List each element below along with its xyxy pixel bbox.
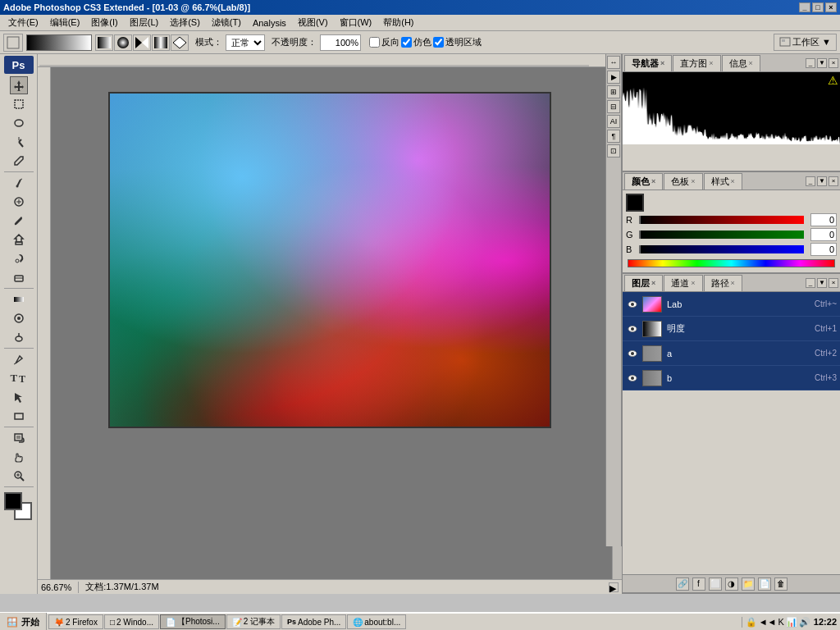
tab-color[interactable]: 颜色 × [624, 173, 663, 189]
tray-2[interactable]: ◄◄ [759, 617, 777, 627]
tab-styles[interactable]: 样式 × [704, 173, 742, 189]
g-slider-thumb[interactable] [639, 231, 641, 239]
tool-eyedropper[interactable] [10, 174, 28, 192]
window-controls[interactable]: _ □ × [799, 2, 837, 12]
layers-options[interactable]: ▼ [817, 278, 827, 288]
tool-blur[interactable] [10, 309, 28, 327]
strip-btn-3[interactable]: ⊞ [607, 85, 620, 98]
navigator-close[interactable]: × [829, 58, 838, 68]
color-minimize[interactable]: _ [806, 176, 815, 186]
tool-lasso[interactable] [10, 114, 28, 132]
tool-brush[interactable] [10, 212, 28, 230]
close-navigator-tab[interactable]: × [660, 59, 664, 67]
layer-adjustment-btn[interactable]: ◑ [725, 578, 738, 591]
g-value[interactable] [810, 228, 837, 241]
close-styles-tab[interactable]: × [731, 177, 735, 185]
r-value[interactable] [810, 213, 837, 226]
close-channels-tab[interactable]: × [691, 279, 695, 287]
taskbar-windo[interactable]: □ 2 Windo... [104, 614, 159, 629]
tool-marquee[interactable] [10, 95, 28, 113]
b-slider-thumb[interactable] [639, 245, 641, 253]
visibility-b[interactable] [626, 372, 639, 385]
layer-row-lightness[interactable]: 明度 Ctrl+1 [623, 317, 840, 341]
taskbar-notepad[interactable]: 📝 2 记事本 [226, 614, 281, 629]
close-color-tab[interactable]: × [651, 177, 655, 185]
menu-window[interactable]: 窗口(W) [335, 15, 377, 30]
tray-5[interactable]: 🔊 [799, 617, 810, 628]
tool-dodge[interactable] [10, 328, 28, 346]
tray-3[interactable]: K [778, 617, 784, 627]
strip-btn-6[interactable]: ¶ [607, 130, 620, 143]
visibility-lightness[interactable] [626, 322, 639, 336]
tool-magic-wand[interactable] [10, 133, 28, 151]
menu-file[interactable]: 文件(E) [3, 15, 43, 30]
strip-btn-2[interactable]: ▶ [607, 71, 620, 84]
tool-zoom[interactable] [10, 467, 28, 485]
workspace-btn[interactable]: 工作区 ▼ [774, 34, 837, 51]
gradient-preview[interactable] [26, 34, 92, 51]
layer-new-btn[interactable]: 📄 [758, 578, 771, 591]
tool-crop[interactable] [10, 152, 28, 170]
strip-btn-7[interactable]: ⊡ [607, 144, 620, 158]
tool-eraser[interactable] [10, 268, 28, 286]
tool-pen[interactable] [10, 350, 28, 368]
linear-gradient-btn[interactable] [95, 34, 113, 51]
tab-swatches[interactable]: 色板 × [664, 173, 702, 189]
tool-history-brush[interactable] [10, 249, 28, 267]
tray-1[interactable]: 🔒 [746, 617, 757, 628]
mode-select[interactable]: 正常 [226, 34, 265, 51]
color-close[interactable]: × [829, 176, 838, 186]
menu-select[interactable]: 选择(S) [165, 15, 205, 30]
tab-channels[interactable]: 通道 × [664, 275, 702, 291]
radial-gradient-btn[interactable] [114, 34, 132, 51]
simulate-checkbox[interactable] [401, 37, 412, 48]
tool-shape[interactable] [10, 407, 28, 425]
canvas-window[interactable] [108, 92, 551, 428]
tool-preset[interactable] [3, 34, 23, 52]
reflected-gradient-btn[interactable] [152, 34, 170, 51]
transparency-checkbox[interactable] [433, 37, 444, 48]
layer-group-btn[interactable]: 📁 [742, 578, 755, 591]
strip-btn-4[interactable]: ⊟ [607, 100, 620, 113]
reverse-checkbox[interactable] [369, 37, 380, 48]
r-slider-thumb[interactable] [639, 216, 641, 224]
minimize-btn[interactable]: _ [799, 2, 810, 12]
canvas-viewport[interactable] [51, 67, 612, 579]
taskbar-photoshop-doc[interactable]: 📄 【Photosi... [160, 614, 226, 629]
close-layers-tab[interactable]: × [651, 279, 655, 287]
visibility-a[interactable] [626, 347, 639, 360]
status-arrow-btn[interactable]: ▶ [609, 582, 619, 592]
tab-navigator[interactable]: 导航器 × [624, 55, 672, 71]
layer-row-a[interactable]: a Ctrl+2 [623, 341, 840, 366]
tray-4[interactable]: 📊 [786, 617, 797, 628]
close-swatches-tab[interactable]: × [691, 177, 695, 185]
foreground-color[interactable] [4, 492, 22, 510]
taskbar-adobe-ph[interactable]: Ps Adobe Ph... [281, 614, 346, 629]
tool-healing[interactable] [10, 193, 28, 211]
diamond-gradient-btn[interactable] [171, 34, 189, 51]
tab-info[interactable]: 信息 × [722, 55, 760, 71]
navigator-minimize[interactable]: _ [806, 58, 815, 68]
tool-clone-stamp[interactable] [10, 231, 28, 249]
strip-btn-1[interactable]: ↔ [607, 56, 620, 69]
color-options[interactable]: ▼ [817, 176, 827, 186]
layer-link-btn[interactable]: 🔗 [676, 578, 689, 591]
layer-fx-btn[interactable]: f [692, 578, 705, 591]
tool-notes[interactable] [10, 429, 28, 447]
tab-histogram[interactable]: 直方图 × [673, 55, 720, 71]
layers-close[interactable]: × [829, 278, 838, 288]
foreground-swatch[interactable] [626, 194, 644, 212]
menu-analysis[interactable]: Analysis [248, 16, 291, 30]
menu-filter[interactable]: 滤镜(T) [207, 15, 246, 30]
layers-minimize[interactable]: _ [806, 278, 815, 288]
taskbar-firefox[interactable]: 🦊 2 Firefox [48, 614, 103, 629]
strip-btn-5[interactable]: AI [607, 115, 620, 128]
tool-gradient[interactable] [10, 290, 28, 308]
layer-row-b[interactable]: b Ctrl+3 [623, 366, 840, 390]
maximize-btn[interactable]: □ [812, 2, 824, 12]
close-histogram-tab[interactable]: × [709, 59, 713, 67]
color-swatches[interactable] [4, 492, 34, 522]
taskbar-about[interactable]: 🌐 about:bl... [347, 614, 406, 629]
navigator-options[interactable]: ▼ [817, 58, 827, 68]
tool-path-select[interactable] [10, 388, 28, 406]
